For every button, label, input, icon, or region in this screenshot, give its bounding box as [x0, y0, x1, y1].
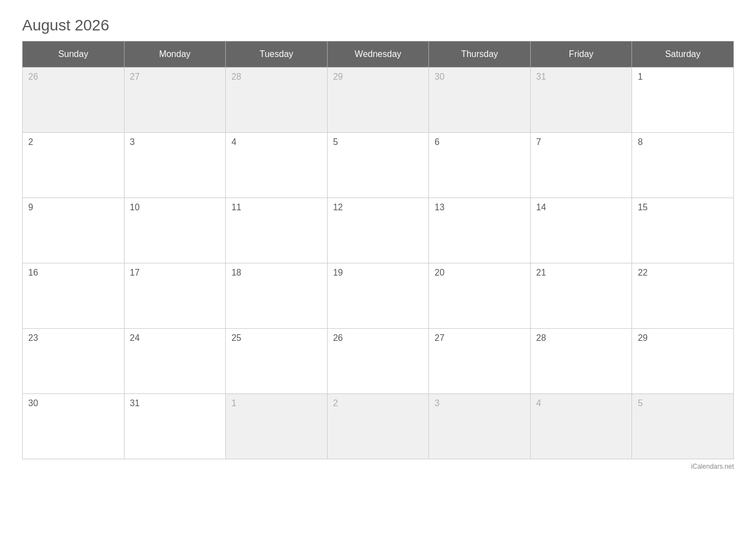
day-number: 6 — [434, 137, 439, 147]
day-number: 21 — [536, 268, 546, 277]
day-number: 4 — [536, 398, 541, 408]
calendar-cell-week1-day3[interactable]: 5 — [327, 133, 429, 198]
calendar-cell-week5-day5[interactable]: 4 — [530, 394, 632, 459]
day-number: 11 — [231, 203, 241, 212]
day-number: 3 — [434, 398, 439, 408]
day-number: 23 — [28, 333, 38, 343]
day-number: 15 — [638, 203, 648, 212]
day-number: 19 — [333, 268, 343, 277]
calendar-cell-week2-day4[interactable]: 13 — [429, 198, 531, 263]
calendar-cell-week5-day1[interactable]: 31 — [124, 394, 226, 459]
day-number: 29 — [638, 333, 648, 343]
day-number: 4 — [231, 137, 236, 147]
calendar-cell-week0-day6[interactable]: 1 — [632, 68, 734, 133]
calendar-header-thursday: Thursday — [429, 42, 531, 68]
calendar-cell-week1-day5[interactable]: 7 — [530, 133, 632, 198]
day-number: 10 — [130, 203, 140, 212]
day-number: 30 — [28, 398, 38, 408]
day-number: 24 — [130, 333, 140, 343]
calendar-cell-week1-day4[interactable]: 6 — [429, 133, 531, 198]
calendar-cell-week4-day2[interactable]: 25 — [226, 329, 328, 394]
calendar-cell-week3-day2[interactable]: 18 — [226, 263, 328, 329]
calendar-cell-week2-day2[interactable]: 11 — [226, 198, 328, 263]
calendar-cell-week5-day3[interactable]: 2 — [327, 394, 429, 459]
calendar-cell-week2-day3[interactable]: 12 — [327, 198, 429, 263]
calendar-cell-week4-day6[interactable]: 29 — [632, 329, 734, 394]
calendar-header-monday: Monday — [124, 42, 226, 68]
day-number: 28 — [536, 333, 546, 343]
day-number: 29 — [333, 72, 343, 81]
day-number: 5 — [638, 398, 643, 408]
day-number: 27 — [130, 72, 140, 81]
day-number: 31 — [130, 398, 140, 408]
day-number: 9 — [28, 203, 33, 212]
day-number: 1 — [638, 72, 643, 81]
calendar-cell-week0-day2[interactable]: 28 — [226, 68, 328, 133]
page-title: August 2026 — [22, 17, 734, 34]
calendar-cell-week0-day3[interactable]: 29 — [327, 68, 429, 133]
calendar-cell-week5-day4[interactable]: 3 — [429, 394, 531, 459]
calendar-header-saturday: Saturday — [632, 42, 734, 68]
calendar-header-sunday: Sunday — [23, 42, 125, 68]
day-number: 26 — [28, 72, 38, 81]
calendar-cell-week5-day2[interactable]: 1 — [226, 394, 328, 459]
calendar-cell-week0-day5[interactable]: 31 — [530, 68, 632, 133]
calendar-cell-week0-day1[interactable]: 27 — [124, 68, 226, 133]
calendar-cell-week1-day6[interactable]: 8 — [632, 133, 734, 198]
footer-attribution: iCalendars.net — [22, 463, 734, 470]
calendar-cell-week4-day0[interactable]: 23 — [23, 329, 125, 394]
calendar-cell-week2-day5[interactable]: 14 — [530, 198, 632, 263]
calendar-cell-week2-day6[interactable]: 15 — [632, 198, 734, 263]
day-number: 26 — [333, 333, 343, 343]
calendar-cell-week4-day5[interactable]: 28 — [530, 329, 632, 394]
day-number: 30 — [434, 72, 444, 81]
day-number: 2 — [28, 137, 33, 147]
day-number: 22 — [638, 268, 648, 277]
calendar-header-tuesday: Tuesday — [226, 42, 328, 68]
calendar-cell-week5-day6[interactable]: 5 — [632, 394, 734, 459]
day-number: 1 — [231, 398, 236, 408]
day-number: 18 — [231, 268, 241, 277]
calendar-cell-week1-day2[interactable]: 4 — [226, 133, 328, 198]
calendar-cell-week3-day0[interactable]: 16 — [23, 263, 125, 329]
day-number: 12 — [333, 203, 343, 212]
calendar-cell-week1-day1[interactable]: 3 — [124, 133, 226, 198]
calendar-cell-week4-day3[interactable]: 26 — [327, 329, 429, 394]
day-number: 25 — [231, 333, 241, 343]
day-number: 28 — [231, 72, 241, 81]
calendar-cell-week0-day0[interactable]: 26 — [23, 68, 125, 133]
calendar-cell-week0-day4[interactable]: 30 — [429, 68, 531, 133]
day-number: 27 — [434, 333, 444, 343]
calendar-header-wednesday: Wednesday — [327, 42, 429, 68]
day-number: 7 — [536, 137, 541, 147]
calendar-cell-week3-day1[interactable]: 17 — [124, 263, 226, 329]
calendar-cell-week1-day0[interactable]: 2 — [23, 133, 125, 198]
day-number: 17 — [130, 268, 140, 277]
calendar-table: SundayMondayTuesdayWednesdayThursdayFrid… — [22, 41, 734, 459]
calendar-cell-week3-day4[interactable]: 20 — [429, 263, 531, 329]
day-number: 13 — [434, 203, 444, 212]
day-number: 16 — [28, 268, 38, 277]
day-number: 5 — [333, 137, 338, 147]
day-number: 14 — [536, 203, 546, 212]
day-number: 3 — [130, 137, 135, 147]
day-number: 8 — [638, 137, 643, 147]
calendar-cell-week4-day4[interactable]: 27 — [429, 329, 531, 394]
calendar-cell-week2-day0[interactable]: 9 — [23, 198, 125, 263]
calendar-cell-week3-day3[interactable]: 19 — [327, 263, 429, 329]
calendar-header-friday: Friday — [530, 42, 632, 68]
day-number: 2 — [333, 398, 338, 408]
calendar-cell-week2-day1[interactable]: 10 — [124, 198, 226, 263]
day-number: 20 — [434, 268, 444, 277]
calendar-cell-week3-day5[interactable]: 21 — [530, 263, 632, 329]
day-number: 31 — [536, 72, 546, 81]
calendar-cell-week5-day0[interactable]: 30 — [23, 394, 125, 459]
calendar-cell-week3-day6[interactable]: 22 — [632, 263, 734, 329]
calendar-cell-week4-day1[interactable]: 24 — [124, 329, 226, 394]
